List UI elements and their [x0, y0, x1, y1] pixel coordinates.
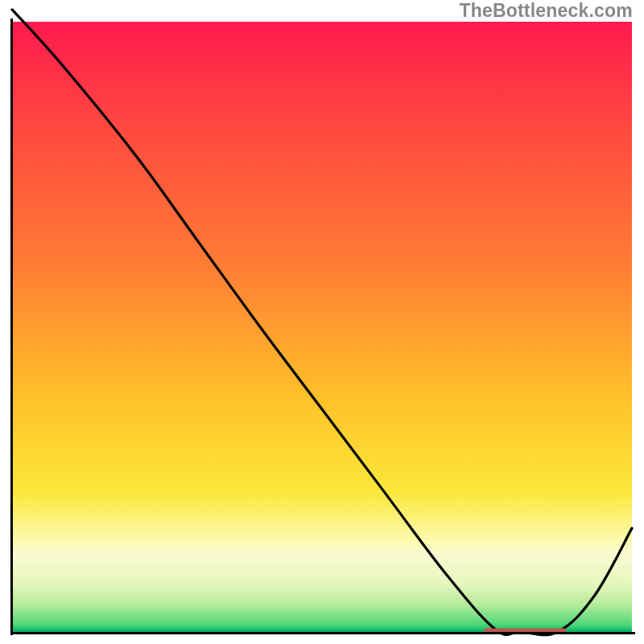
optimum-marker	[12, 22, 632, 632]
x-axis	[10, 632, 635, 634]
watermark-text: TheBottleneck.com	[459, 0, 633, 22]
chart-container: TheBottleneck.com	[0, 0, 644, 644]
y-axis	[10, 19, 13, 635]
